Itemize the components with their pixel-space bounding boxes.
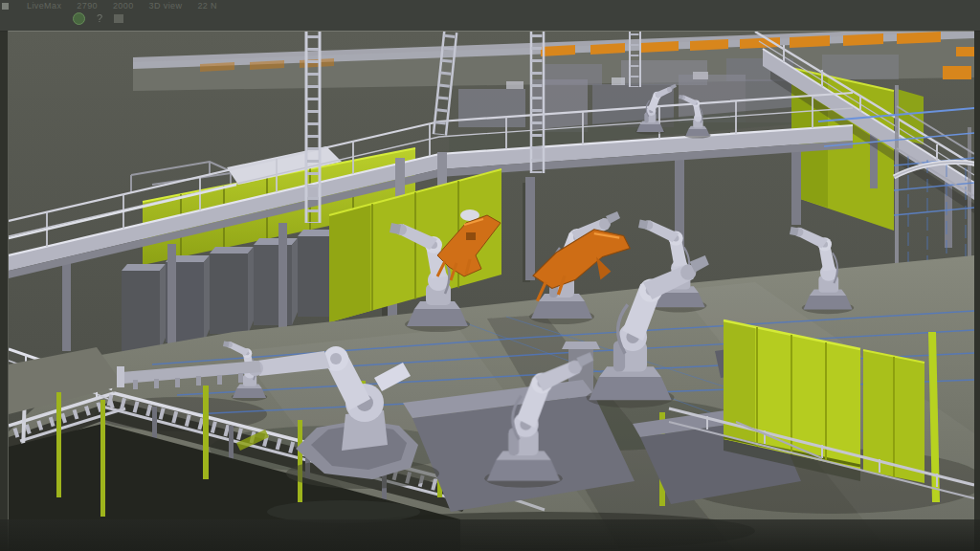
menu-item-5[interactable]: 22 N xyxy=(197,1,217,11)
toolbar-icons: ? xyxy=(73,11,123,25)
top-toolbar: LiveMax 2790 2000 3D view 22 N ? xyxy=(0,0,980,32)
menu-item-2[interactable]: 2790 xyxy=(77,1,98,11)
menu-item-3[interactable]: 2000 xyxy=(113,1,134,11)
menu-item-4[interactable]: 3D view xyxy=(149,1,183,11)
3d-scene-viewport[interactable] xyxy=(8,31,974,551)
status-icon-green[interactable] xyxy=(73,12,85,25)
menu-item-1[interactable]: LiveMax xyxy=(27,1,61,11)
menu-bar: LiveMax 2790 2000 3D view 22 N xyxy=(27,1,217,11)
bottom-letterbox-bar xyxy=(0,519,980,551)
help-icon[interactable]: ? xyxy=(97,12,102,24)
panel-icon[interactable] xyxy=(114,14,123,23)
app-icon[interactable] xyxy=(2,3,9,10)
application-window: LiveMax 2790 2000 3D view 22 N ? xyxy=(0,0,980,551)
